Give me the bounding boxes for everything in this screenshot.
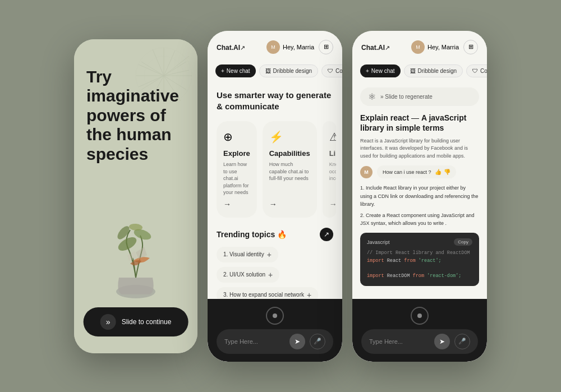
answer-steps: 1. Include React library in your project… — [360, 184, 479, 227]
user-avatar-small: M — [360, 166, 373, 178]
settings-icon-button[interactable]: ⊞ — [319, 40, 333, 54]
chat-input-bar: Type Here... ➤ 🎤 — [217, 329, 333, 354]
app-logo: Chat.AI↗ — [361, 42, 390, 52]
chips-row: + New chat 🖼 Dribbble design 🛡 Covid pre… — [208, 60, 342, 82]
input-placeholder[interactable]: Type Here... — [224, 338, 285, 345]
thumbs-up-icon[interactable]: 👍 — [435, 169, 442, 175]
card-arrow-icon: → — [269, 200, 310, 209]
topic-chip-3[interactable]: 3. How to expand social network + — [217, 287, 318, 299]
atom-icon: ⚛ — [368, 91, 376, 102]
code-line-2: import React from 'react'; — [367, 257, 472, 265]
new-chat-chip[interactable]: + New chat — [215, 64, 256, 77]
code-line-blank — [367, 265, 472, 273]
regenerate-bar[interactable]: ⚛ » Slide to regenerate — [360, 87, 479, 106]
new-chat-chip[interactable]: + New chat — [360, 64, 401, 77]
step-1: 1. Include React library in your project… — [360, 184, 479, 208]
slide-to-continue-button[interactable]: » Slide to continue — [84, 307, 188, 336]
phone-splash: Try imaginative powers of the human spec… — [74, 39, 197, 353]
phone1-content: Try imaginative powers of the human spec… — [74, 39, 197, 353]
question-text-bubble: How can i use react ? 👍 👎 — [377, 165, 456, 178]
dribbble-chip[interactable]: 🖼 Dribbble design — [404, 64, 463, 77]
trending-arrow-button[interactable]: ↗ — [320, 228, 333, 241]
covid-chip[interactable]: 🛡 Covid prevention — [321, 64, 342, 77]
card-title: Capabilities — [269, 149, 310, 158]
trending-section: Trending topics 🔥 ↗ 1. Visual identity +… — [217, 228, 333, 299]
plus-icon: + — [366, 68, 369, 74]
logo-arrow-icon: ↗ — [385, 44, 390, 51]
explore-card[interactable]: ⊕ Explore Learn how to use chat.ai platf… — [217, 121, 257, 218]
phone3-bottom-bar: Type Here... ➤ 🎤 — [352, 299, 487, 362]
phone3-header: Chat.AI↗ M Hey, Marria ⊞ — [352, 31, 487, 60]
card-desc: Learn how to use chat.ai platform for yo… — [223, 161, 250, 196]
add-icon: + — [307, 290, 311, 299]
add-icon: + — [267, 250, 272, 259]
dot-circle — [411, 307, 429, 325]
answer-title: Explain react — A javaScript library in … — [360, 113, 479, 133]
nav-dot-indicator — [361, 307, 478, 325]
app-logo: Chat.AI↗ — [217, 42, 245, 52]
nav-dot-indicator — [217, 307, 333, 325]
dot-inner — [417, 313, 422, 318]
card-desc: How much capable chat.ai to full-fill yo… — [269, 161, 310, 196]
mic-button[interactable]: 🎤 — [310, 334, 325, 349]
capabilities-card[interactable]: ⚡ Capabilities How much capable chat.ai … — [263, 121, 317, 218]
settings-icon-button[interactable]: ⊞ — [463, 40, 478, 54]
question-text: How can i use react ? — [383, 169, 431, 175]
covid-chip[interactable]: 🛡 Covid prevention — [466, 64, 487, 77]
thumbs-down-icon[interactable]: 👎 — [444, 169, 450, 175]
regenerate-label: » Slide to regenerate — [380, 94, 433, 100]
topics-list: 1. Visual identity + 2. UI/UX solution +… — [217, 247, 333, 299]
send-button[interactable]: ➤ — [289, 334, 305, 349]
add-icon: + — [268, 270, 273, 279]
phone-chat-home: Chat.AI↗ M Hey, Marria ⊞ + New chat 🖼 Dr… — [208, 31, 342, 362]
code-line-3: import ReactDOM from 'react-dom'; — [367, 273, 472, 280]
bolt-icon: ⚡ — [269, 130, 310, 144]
phone2-header: Chat.AI↗ M Hey, Marria ⊞ — [208, 31, 342, 60]
copy-code-button[interactable]: Copy — [454, 238, 472, 246]
phone2-bottom-bar: Type Here... ➤ 🎤 — [208, 299, 342, 362]
phone2-body: Use smarter way to generate & communicat… — [208, 82, 342, 299]
mic-button[interactable]: 🎤 — [454, 334, 470, 349]
user-question-bubble: M How can i use react ? 👍 👎 — [360, 165, 479, 178]
code-header: Javascript Copy — [367, 238, 472, 246]
logo-arrow-icon: ↗ — [240, 44, 245, 51]
avatar-image: M — [266, 40, 280, 54]
phone3-chips-row: + New chat 🖼 Dribbble design 🛡 Covid pre… — [352, 60, 487, 82]
phone-chat-answer: Chat.AI↗ M Hey, Marria ⊞ + New chat 🖼 Dr… — [352, 31, 487, 362]
step-2: 2. Create a React component using JavaSc… — [360, 211, 479, 228]
code-lang-label: Javascript — [367, 239, 390, 245]
avatar-image: M — [411, 40, 425, 54]
main-subtitle: Use smarter way to generate & communicat… — [217, 90, 333, 113]
splash-title: Try imaginative powers of the human spec… — [86, 67, 185, 164]
card-arrow-icon: → — [223, 200, 250, 209]
fire-emoji: 🔥 — [277, 230, 287, 239]
input-placeholder[interactable]: Type Here... — [369, 338, 430, 345]
header-right: M Hey, Marria ⊞ — [411, 40, 478, 54]
topic-chip-1[interactable]: 1. Visual identity + — [217, 247, 278, 262]
dot-circle — [266, 307, 284, 325]
globe-icon: ⊕ — [223, 130, 250, 144]
slide-arrows-icon: » — [100, 314, 116, 330]
answer-description: React is a JavaScript library for buildi… — [360, 137, 479, 160]
plus-icon: + — [221, 68, 224, 74]
image-icon: 🖼 — [265, 68, 271, 74]
shield-icon: 🛡 — [328, 68, 333, 74]
dribbble-chip[interactable]: 🖼 Dribbble design — [259, 64, 319, 77]
image-icon: 🖼 — [410, 68, 416, 74]
phone3-body: ⚛ » Slide to regenerate Explain react — … — [352, 82, 487, 299]
shield-icon: 🛡 — [472, 68, 478, 74]
topic-chip-2[interactable]: 2. UI/UX solution + — [217, 267, 279, 283]
code-block: Javascript Copy // Import React library … — [360, 233, 479, 285]
chat-input-bar: Type Here... ➤ 🎤 — [361, 329, 478, 354]
user-avatar: M Hey, Marria — [411, 40, 459, 54]
phones-container: Try imaginative powers of the human spec… — [63, 20, 498, 373]
card-title: Explore — [223, 149, 250, 158]
code-line-1: // Import React library and ReactDOM — [367, 250, 472, 257]
trending-header: Trending topics 🔥 ↗ — [217, 228, 333, 241]
send-button[interactable]: ➤ — [434, 334, 450, 349]
limitations-card[interactable]: ⚠ Limi... Kno... occa... incorrec... → — [323, 121, 336, 218]
feature-cards-row: ⊕ Explore Learn how to use chat.ai platf… — [217, 121, 333, 218]
dot-inner — [273, 313, 277, 318]
trending-title: Trending topics 🔥 — [217, 230, 287, 239]
user-avatar: M Hey, Marria — [266, 40, 314, 54]
